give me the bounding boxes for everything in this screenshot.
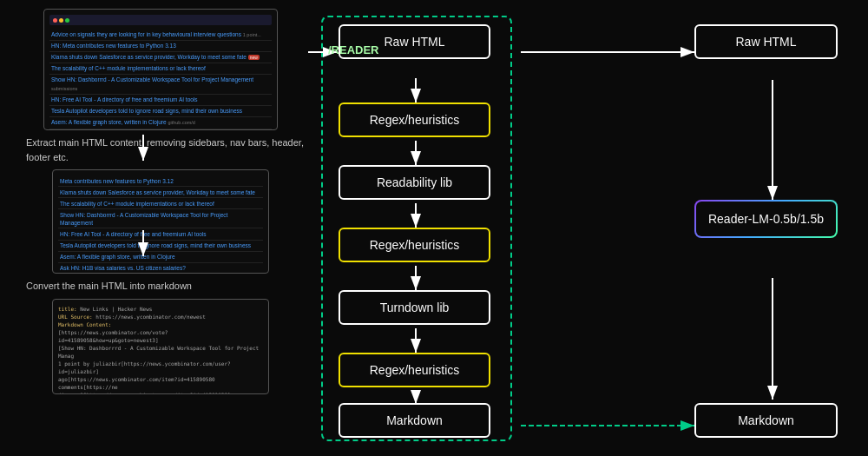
center-regex2-label: Regex/heuristics xyxy=(339,228,490,262)
caption-convert: Convert the main HTML into markdown xyxy=(26,279,304,294)
center-markdown-box: Markdown xyxy=(339,403,490,438)
center-regex3-label: Regex/heuristics xyxy=(339,353,490,387)
reader-label: /READER xyxy=(328,43,379,56)
caption-extract: Extract main HTML content, removing side… xyxy=(26,135,304,164)
top-screenshot: Advice on signals they are looking for i… xyxy=(43,9,278,130)
right-raw-html-label: Raw HTML xyxy=(694,24,838,59)
middle-screenshot: Meta contributes new features to Python … xyxy=(52,169,269,274)
center-regex2-box: Regex/heuristics xyxy=(339,228,490,262)
center-regex1-label: Regex/heuristics xyxy=(339,102,490,137)
right-raw-html-box: Raw HTML xyxy=(694,24,838,59)
center-regex1-box: Regex/heuristics xyxy=(339,102,490,137)
center-markdown-label: Markdown xyxy=(339,403,490,438)
center-turndown-box: Turndown lib xyxy=(339,290,490,325)
diagram-container: Advice on signals they are looking for i… xyxy=(0,0,868,456)
right-markdown-label: Markdown xyxy=(694,403,838,438)
bottom-screenshot: title: New Links | Hacker News URL Sourc… xyxy=(52,299,269,394)
center-turndown-label: Turndown lib xyxy=(339,290,490,325)
right-reader-lm-box: Reader-LM-0.5b/1.5b xyxy=(694,200,838,238)
right-markdown-box: Markdown xyxy=(694,403,838,438)
center-readability-box: Readability lib xyxy=(339,165,490,200)
left-panel: Advice on signals they are looking for i… xyxy=(17,9,304,443)
right-reader-lm-label: Reader-LM-0.5b/1.5b xyxy=(694,200,838,238)
center-regex3-box: Regex/heuristics xyxy=(339,353,490,387)
center-readability-label: Readability lib xyxy=(339,165,490,200)
